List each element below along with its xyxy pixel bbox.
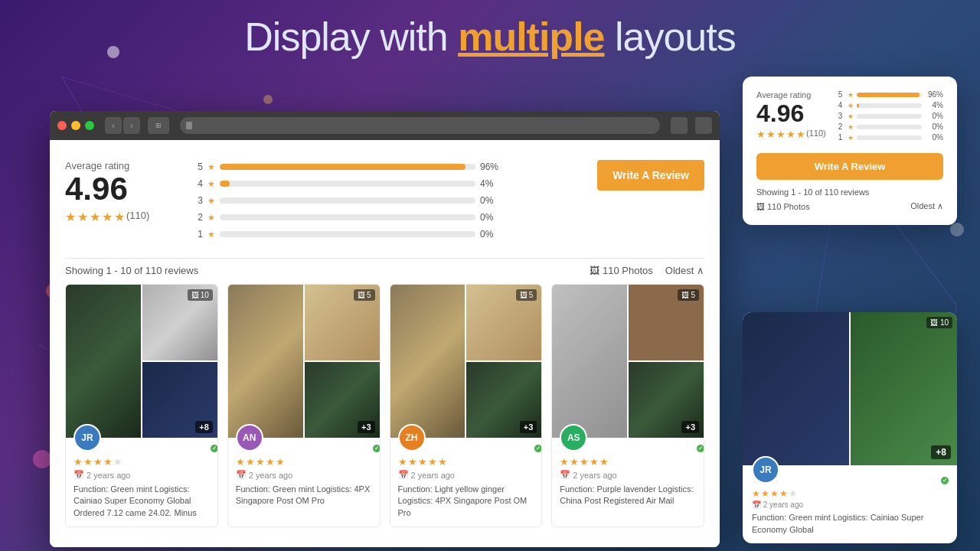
star-5: ★	[114, 210, 125, 224]
desc-text-2: Function: Green mint Logistics: 4PX Sing…	[236, 484, 370, 505]
photo-count-text-3: 5	[529, 291, 534, 299]
oldest-dropdown[interactable]: Oldest ∧	[665, 265, 704, 276]
browser-titlebar: ‹ › ⊞	[50, 111, 720, 140]
card-images-1: +8 🖼 10	[66, 285, 217, 438]
card-desc-3: Function: Light yellow ginger Logistics:…	[398, 484, 534, 519]
bar-track-3	[220, 197, 475, 204]
bar-label-3: 3	[195, 195, 203, 206]
page-title: Display with multiple layouts	[0, 14, 980, 60]
card-desc-1: Function: Green mint Logistics: Cainiao …	[74, 484, 210, 507]
popup-write-review-button[interactable]: Write A Review	[756, 153, 943, 180]
card-image-grid-2: +3	[305, 285, 380, 438]
card-images-3: +3 🖼 5	[390, 285, 542, 438]
browser-dot-red[interactable]	[57, 121, 67, 130]
browser-window: ‹ › ⊞ Average rating 4.96 ★ ★ ★ ★	[50, 111, 720, 547]
card-date-4: 📅 2 years ago	[560, 470, 696, 480]
rating-bars: 5 ★ 96% 4 ★ 4%	[195, 160, 501, 244]
card-photo-count-2: 🖼 5	[354, 289, 375, 301]
browser-dot-yellow[interactable]	[71, 121, 80, 130]
browser-dot-green[interactable]	[85, 121, 94, 130]
popup-oldest-label: Oldest	[910, 201, 935, 210]
avatar-2: AN ✓	[236, 424, 263, 452]
bar-fill-5	[220, 164, 466, 170]
rating-count: (110)	[126, 210, 149, 224]
popup-photos-count: 110 Photos	[767, 202, 810, 211]
popup-preview-date: 📅 2 years ago	[752, 500, 948, 509]
popup-star-3: ★	[776, 129, 786, 140]
card-photo-count-4: 🖼 5	[678, 289, 699, 301]
popup-preview-initials: JR	[760, 465, 771, 475]
card-stars-4: ★ ★ ★ ★ ★	[560, 456, 696, 468]
popup-star-5: ★	[796, 129, 805, 140]
desc-text-3: Function: Light yellow ginger Logistics:…	[398, 484, 528, 517]
preview-calendar-icon: 📅	[752, 500, 761, 509]
popup-bar-row-1: 1 ★ 0%	[838, 133, 943, 142]
card-date-2: 📅 2 years ago	[236, 470, 372, 480]
write-review-button[interactable]: Write A Review	[597, 160, 704, 191]
title-start: Display with	[244, 15, 458, 59]
photo-count-icon-4: 🖼	[681, 291, 689, 299]
browser-content: Average rating 4.96 ★ ★ ★ ★ ★ (110) 5 ★	[50, 140, 720, 547]
browser-address-bar[interactable]	[180, 117, 660, 134]
popup-bars: 5 ★ 96% 4 ★ 4% 3 ★ 0% 2 ★ 0%	[838, 90, 943, 144]
card-image-grid-4: +3	[629, 285, 704, 438]
verified-badge-3: ✓	[534, 444, 542, 453]
rating-summary: Average rating 4.96 ★ ★ ★ ★ ★ (110) 5 ★	[65, 152, 704, 252]
title-highlight: multiple	[458, 15, 604, 59]
card-image-main-3	[390, 285, 466, 438]
popup-preview-avatar: JR ✓	[752, 456, 779, 484]
photo-count-icon-1: 🖼	[191, 291, 199, 299]
svg-point-10	[263, 95, 273, 104]
popup-oldest-dropdown[interactable]: Oldest ∧	[910, 201, 943, 211]
card-desc-2: Function: Green mint Logistics: 4PX Sing…	[236, 484, 372, 507]
oldest-label: Oldest	[665, 265, 694, 276]
photos-link[interactable]: 🖼 110 Photos	[590, 265, 653, 276]
bar-row-5: 5 ★ 96%	[195, 160, 501, 174]
review-card-1: +8 🖼 10 JR ✓	[65, 284, 218, 527]
photo-count-text-2: 5	[367, 291, 371, 299]
calendar-icon-4: 📅	[560, 470, 570, 480]
popup-bar-row-3: 3 ★ 0%	[838, 112, 943, 120]
verified-badge-4: ✓	[696, 444, 704, 453]
avatar-initials-1: JR	[81, 432, 93, 443]
browser-back-btn[interactable]: ‹	[105, 117, 122, 134]
bar-label-5: 5	[195, 161, 203, 172]
review-card-3: +3 🖼 5 ZH ✓	[390, 284, 543, 527]
avatar-initials-2: AN	[243, 432, 256, 443]
popup-photos-left[interactable]: 🖼 110 Photos	[756, 202, 810, 211]
browser-refresh-btn[interactable]	[671, 117, 688, 134]
card-stars-1: ★ ★ ★ ★ ★	[74, 456, 210, 468]
popup-preview-image-right: +8	[851, 312, 957, 465]
bar-label-2: 2	[195, 212, 203, 223]
bar-track-1	[220, 231, 475, 237]
date-text-3: 2 years ago	[411, 471, 455, 480]
browser-share-btn[interactable]	[695, 117, 712, 134]
bar-row-3: 3 ★ 0%	[195, 194, 501, 207]
card-reviewer-4: AS ✓	[560, 424, 704, 452]
bar-row-4: 4 ★ 4%	[195, 177, 501, 191]
browser-forward-btn[interactable]: ›	[123, 117, 140, 134]
chevron-icon: ∧	[697, 265, 704, 276]
bar-label-4: 4	[195, 178, 203, 189]
bar-star-3: ★	[207, 196, 215, 206]
address-lock-icon	[186, 122, 192, 129]
popup-stars-row: ★ ★ ★ ★ ★ (110)	[756, 129, 826, 140]
card-star-1-1: ★	[74, 456, 83, 468]
verified-badge-1: ✓	[210, 444, 218, 453]
rating-number: 4.96	[65, 171, 172, 207]
review-card-2: +3 🖼 5 AN ✓	[227, 284, 381, 527]
photo-count-icon-3: 🖼	[520, 291, 528, 299]
popup-star-4: ★	[786, 129, 795, 140]
star-3: ★	[90, 210, 100, 224]
photo-count-icon-2: 🖼	[358, 291, 365, 299]
avatar-initials-4: AS	[567, 432, 580, 443]
bar-row-2: 2 ★ 0%	[195, 210, 501, 224]
popup-star-2: ★	[766, 129, 776, 140]
star-1: ★	[65, 210, 76, 224]
date-text-4: 2 years ago	[573, 471, 616, 480]
card-star-1-2: ★	[83, 456, 93, 468]
card-star-1-3: ★	[93, 456, 103, 468]
card-body-4: ★ ★ ★ ★ ★ 📅 2 years ago Function: Purple…	[552, 456, 704, 515]
bar-pct-5: 96%	[480, 161, 501, 172]
browser-layout-btn[interactable]: ⊞	[148, 117, 169, 134]
